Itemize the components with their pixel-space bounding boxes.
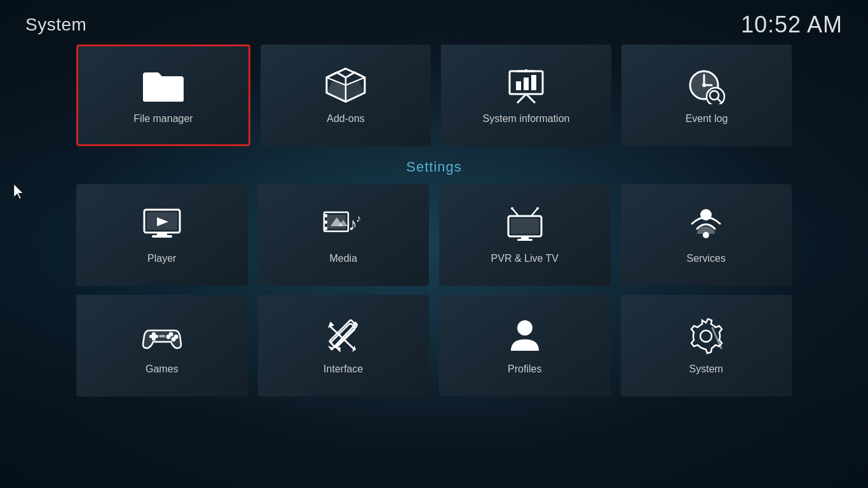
file-manager-label: File manager <box>133 113 193 125</box>
svg-point-61 <box>700 330 712 342</box>
header: System 10:52 AM <box>0 0 868 44</box>
games-label: Games <box>146 363 179 375</box>
event-log-icon <box>685 66 728 104</box>
svg-rect-51 <box>159 335 165 337</box>
tile-player[interactable]: Player <box>76 184 248 286</box>
clock: 10:52 AM <box>741 11 843 38</box>
svg-rect-32 <box>325 227 327 230</box>
settings-section-label: Settings <box>76 159 792 175</box>
main-content: File manager A <box>0 44 868 396</box>
svg-point-60 <box>517 320 532 336</box>
file-manager-icon <box>140 66 186 104</box>
event-log-label: Event log <box>686 113 728 125</box>
tile-add-ons[interactable]: Add-ons <box>261 44 431 146</box>
media-icon: ♪ ♪ <box>322 206 365 244</box>
tile-system[interactable]: System <box>621 295 792 396</box>
svg-point-49 <box>171 337 175 342</box>
svg-rect-31 <box>325 220 327 224</box>
svg-line-7 <box>526 94 535 103</box>
tile-pvr-live-tv[interactable]: PVR & Live TV <box>439 184 611 286</box>
settings-row-2: Games <box>76 295 792 396</box>
tile-games[interactable]: Games <box>76 295 248 396</box>
system-info-label: System information <box>483 113 570 125</box>
profiles-label: Profiles <box>508 363 541 375</box>
pvr-icon <box>503 206 546 244</box>
interface-label: Interface <box>323 363 363 375</box>
top-row: File manager A <box>76 44 792 146</box>
svg-rect-30 <box>325 214 327 217</box>
svg-point-17 <box>702 83 706 87</box>
svg-rect-36 <box>511 219 539 234</box>
system-label: System <box>689 363 723 375</box>
svg-line-38 <box>531 208 538 216</box>
media-label: Media <box>329 253 357 264</box>
svg-rect-8 <box>516 81 521 90</box>
games-icon <box>140 316 184 355</box>
svg-rect-41 <box>521 236 529 239</box>
svg-point-39 <box>511 207 513 210</box>
tile-file-manager[interactable]: File manager <box>76 44 250 146</box>
settings-row-1: Player ♪ ♪ <box>76 184 792 286</box>
svg-rect-46 <box>152 332 156 341</box>
svg-rect-24 <box>157 233 167 235</box>
player-label: Player <box>147 253 176 264</box>
svg-point-44 <box>700 209 712 220</box>
svg-point-50 <box>166 335 170 339</box>
tile-media[interactable]: ♪ ♪ Media <box>258 184 430 286</box>
system-icon <box>684 316 728 355</box>
player-icon <box>140 206 184 244</box>
svg-line-37 <box>512 208 519 216</box>
services-label: Services <box>687 253 726 264</box>
tile-system-information[interactable]: System information <box>441 44 611 146</box>
profiles-icon <box>503 316 546 355</box>
svg-rect-9 <box>524 78 529 90</box>
tile-interface[interactable]: Interface <box>258 295 430 396</box>
svg-text:♪: ♪ <box>356 213 361 224</box>
svg-rect-25 <box>152 235 172 238</box>
tile-profiles[interactable]: Profiles <box>439 295 611 396</box>
system-info-icon <box>505 66 548 104</box>
svg-point-40 <box>536 207 539 210</box>
pvr-label: PVR & Live TV <box>491 253 559 264</box>
interface-icon <box>322 316 365 355</box>
tile-services[interactable]: Services <box>621 184 792 286</box>
svg-rect-42 <box>517 239 532 241</box>
add-ons-label: Add-ons <box>327 113 365 125</box>
app-title: System <box>25 15 86 35</box>
services-icon <box>684 206 728 244</box>
svg-line-6 <box>517 94 526 103</box>
tile-event-log[interactable]: Event log <box>621 44 792 146</box>
add-ons-icon <box>324 66 367 104</box>
svg-rect-0 <box>143 80 184 102</box>
svg-rect-10 <box>531 75 536 90</box>
